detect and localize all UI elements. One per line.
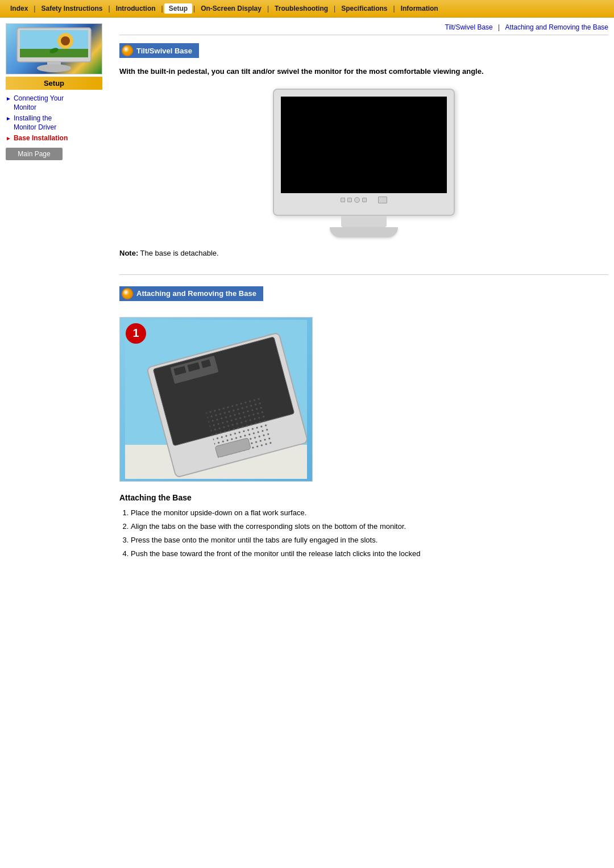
sidebar-item-driver[interactable]: ► Installing theMonitor Driver	[6, 114, 108, 132]
tilt-header-bg: Tilt/Swivel Base	[119, 43, 199, 58]
monitor-btn-4	[378, 197, 387, 203]
attach-step-2: Align the tabs on the base with the corr…	[131, 520, 608, 533]
attaching-header-bg: Attaching and Removing the Base	[119, 286, 263, 301]
note-label: Note:	[119, 249, 138, 257]
monitor-stand	[341, 216, 387, 227]
attach-step-3: Press the base onto the monitor until th…	[131, 534, 608, 546]
sidebar-item-base[interactable]: ► Base Installation	[6, 134, 108, 143]
attach-steps-list: Place the monitor upside-down on a flat …	[119, 507, 608, 560]
link-connecting[interactable]: Connecting YourMonitor	[14, 94, 64, 112]
tilt-header-title: Tilt/Swivel Base	[136, 47, 192, 55]
monitor-display	[273, 89, 455, 237]
top-links: Tilt/Swivel Base | Attaching and Removin…	[119, 23, 608, 35]
step-1-image: 1	[119, 317, 313, 482]
monitor-buttons-row	[281, 197, 447, 203]
link-separator: |	[498, 23, 501, 31]
tilt-header-icon	[122, 45, 133, 56]
attaching-header-title: Attaching and Removing the Base	[136, 289, 256, 298]
attaching-section-header: Attaching and Removing the Base	[119, 286, 608, 309]
content-area: Tilt/Swivel Base | Attaching and Removin…	[114, 23, 608, 561]
link-base[interactable]: Base Installation	[14, 134, 68, 143]
monitor-btn-2	[347, 198, 352, 202]
arrow-icon-base: ►	[6, 135, 11, 141]
monitor-btn-1	[341, 198, 345, 202]
sidebar-item-connecting[interactable]: ► Connecting YourMonitor	[6, 94, 108, 112]
nav-intro[interactable]: Introduction	[111, 3, 160, 14]
monitor-btn-cross	[354, 197, 360, 203]
monitor-base	[330, 227, 398, 237]
note-body: The base is detachable.	[140, 249, 219, 257]
nav-osd[interactable]: On-Screen Display	[196, 3, 266, 14]
monitor-btn-3	[362, 198, 367, 202]
step-number-1: 1	[126, 323, 146, 344]
main-page-button[interactable]: Main Page	[6, 148, 63, 160]
monitor-bezel	[273, 89, 455, 216]
note-text: Note: The base is detachable.	[119, 249, 608, 257]
svg-point-4	[61, 36, 70, 45]
monitor-bottom-svg	[125, 320, 307, 479]
nav-index[interactable]: Index	[6, 3, 32, 14]
link-attaching[interactable]: Attaching and Removing the Base	[505, 23, 608, 31]
sidebar-image-svg	[9, 25, 99, 73]
sidebar-nav: ► Connecting YourMonitor ► Installing th…	[6, 94, 108, 143]
sidebar: Setup ► Connecting YourMonitor ► Install…	[6, 23, 114, 561]
link-tilt-swivel[interactable]: Tilt/Swivel Base	[445, 23, 493, 31]
setup-label: Setup	[6, 77, 102, 90]
attach-step-4: Push the base toward the front of the mo…	[131, 548, 608, 560]
nav-safety[interactable]: Safety Instructions	[36, 3, 107, 14]
monitor-bottom-view	[120, 318, 312, 481]
attach-title: Attaching the Base	[119, 493, 608, 502]
monitor-image-container	[119, 89, 608, 237]
attach-step-1: Place the monitor upside-down on a flat …	[131, 507, 608, 519]
section-divider	[119, 274, 608, 275]
nav-specs[interactable]: Specifications	[337, 3, 392, 14]
intro-text: With the built-in pedestal, you can tilt…	[119, 66, 608, 77]
tilt-section-header: Tilt/Swivel Base	[119, 43, 608, 58]
nav-info[interactable]: Information	[396, 3, 443, 14]
svg-point-7	[37, 64, 71, 72]
link-driver[interactable]: Installing theMonitor Driver	[14, 114, 56, 132]
attaching-header-icon	[122, 288, 133, 299]
sidebar-image	[6, 23, 102, 74]
nav-setup[interactable]: Setup	[164, 3, 192, 14]
main-layout: Setup ► Connecting YourMonitor ► Install…	[0, 18, 614, 567]
arrow-icon-driver: ►	[6, 115, 11, 122]
arrow-icon-connecting: ►	[6, 95, 11, 102]
monitor-screen	[281, 97, 447, 193]
nav-troubleshooting[interactable]: Troubleshooting	[270, 3, 333, 14]
nav-bar: Index | Safety Instructions | Introducti…	[0, 0, 614, 18]
